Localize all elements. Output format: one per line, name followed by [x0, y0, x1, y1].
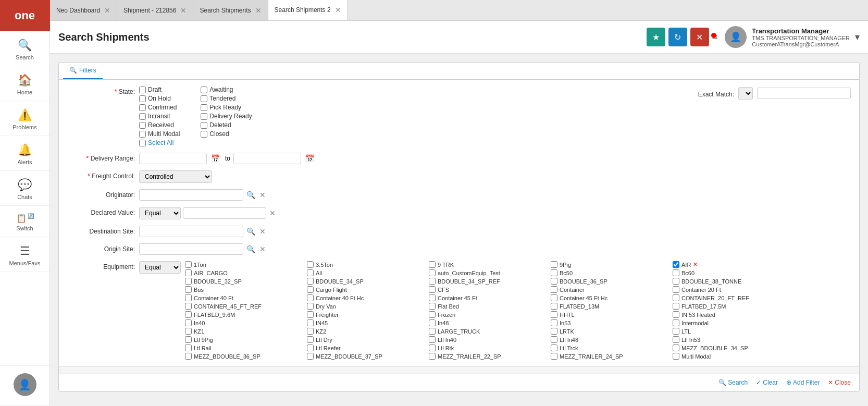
equipment-item-air_cargo[interactable]: AIR_CARGO	[185, 269, 305, 276]
state-select-all-checkbox[interactable]	[139, 140, 146, 146]
equipment-item-in-53-heated[interactable]: IN 53 Heated	[673, 311, 792, 318]
equipment-checkbox-bdouble_38_tonne[interactable]	[673, 278, 679, 285]
equipment-item-container-20-ft[interactable]: Container 20 Ft	[673, 286, 792, 293]
equipment-item-hhtl[interactable]: HHTL	[551, 311, 671, 318]
equipment-item-intermodal[interactable]: Intermodal	[673, 319, 792, 326]
tab-search-shipments[interactable]: Search Shipments ✕	[193, 0, 268, 20]
equipment-item-ltl-rail[interactable]: Ltl Rail	[185, 345, 305, 351]
tab-close-search-2[interactable]: ✕	[335, 6, 341, 14]
equipment-item-ltl-reefer[interactable]: Ltl Reefer	[307, 345, 427, 351]
equipment-checkbox-in45[interactable]	[307, 319, 314, 326]
search-link[interactable]: 🔍 Search	[718, 379, 748, 386]
state-closed-checkbox[interactable]	[201, 131, 207, 138]
equipment-item-container-40-ft-hc[interactable]: Container 40 Ft Hc	[307, 294, 427, 301]
equipment-checkbox-auto_customequip_test[interactable]	[429, 269, 436, 276]
state-on-hold-checkbox[interactable]	[139, 95, 146, 102]
equipment-checkbox-container_45_ft_ref[interactable]	[185, 303, 192, 310]
equipment-checkbox-ltl-rtk[interactable]	[429, 345, 436, 351]
equipment-checkbox-1ton[interactable]	[185, 261, 192, 268]
equipment-item-ltl-trck[interactable]: Ltl Trck	[551, 345, 671, 351]
equipment-item-ltl-in53[interactable]: Ltl In53	[673, 336, 792, 343]
equipment-item-ltl-in48[interactable]: Ltl In48	[551, 336, 671, 343]
equipment-equal-select[interactable]: Equal Not Equal	[139, 261, 181, 274]
freight-control-select[interactable]: Controlled Uncontrolled All	[139, 170, 212, 183]
delivery-range-from-input[interactable]	[139, 153, 207, 164]
equipment-item-bc50[interactable]: Bc50	[551, 269, 671, 276]
state-confirmed[interactable]: Confirmed	[139, 104, 180, 111]
equipment-item-container-45-ft[interactable]: Container 45 Ft	[429, 294, 549, 301]
equipment-checkbox-freighter[interactable]	[307, 311, 314, 318]
equipment-item-flatbed_17.5m[interactable]: FLATBED_17.5M	[673, 303, 792, 310]
equipment-checkbox-frozen[interactable]	[429, 311, 436, 318]
equipment-checkbox-ltl-trck[interactable]	[551, 345, 557, 351]
equipment-checkbox-in-53-heated[interactable]	[673, 311, 679, 318]
equipment-item-cfs[interactable]: CFS	[429, 286, 549, 293]
select-all-link[interactable]: Select All	[148, 139, 173, 146]
equipment-checkbox-container[interactable]	[551, 286, 557, 293]
equipment-checkbox-lrtk[interactable]	[551, 328, 557, 335]
equipment-item-3.5ton[interactable]: 3.5Ton	[307, 261, 427, 268]
state-draft-checkbox[interactable]	[139, 87, 146, 93]
equipment-item-lrtk[interactable]: LRTK	[551, 328, 671, 335]
state-delivery-ready-checkbox[interactable]	[201, 113, 207, 120]
equipment-item-bc60[interactable]: Bc60	[673, 269, 792, 276]
state-multi-modal[interactable]: Multi Modal	[139, 130, 180, 138]
declared-value-input[interactable]	[183, 207, 266, 219]
equipment-item-dry-van[interactable]: Dry Van	[307, 303, 427, 310]
originator-clear-button[interactable]: ✕	[258, 190, 267, 200]
equipment-checkbox-container_20_ft_ref[interactable]	[673, 294, 679, 301]
equipment-item-cargo-flight[interactable]: Cargo Flight	[307, 286, 427, 293]
equipment-item-auto_customequip_test[interactable]: auto_CustomEquip_Test	[429, 269, 549, 276]
equipment-checkbox-intermodal[interactable]	[673, 319, 679, 326]
filter-tab-filters[interactable]: 🔍 Filters	[63, 63, 103, 79]
calendar-from-icon[interactable]: 📅	[211, 154, 220, 163]
close-button[interactable]: ✕	[690, 28, 709, 46]
equipment-checkbox-all[interactable]	[307, 269, 314, 276]
equipment-checkbox-hhtl[interactable]	[551, 311, 557, 318]
equipment-item-9-trk[interactable]: 9 TRK	[429, 261, 549, 268]
originator-search-button[interactable]: 🔍	[245, 190, 256, 200]
sidebar-item-chats[interactable]: 💬 Chats	[0, 171, 49, 206]
equipment-checkbox-cfs[interactable]	[429, 286, 436, 293]
equipment-item-bdouble_36_sp[interactable]: BDOUBLE_36_SP	[551, 278, 671, 285]
equipment-checkbox-dry-van[interactable]	[307, 303, 314, 310]
equipment-checkbox-flatbed_17.5m[interactable]	[673, 303, 679, 310]
sidebar-item-home[interactable]: 🏠 Home	[0, 66, 49, 101]
equipment-item-air[interactable]: AIR ✕	[673, 261, 792, 268]
equipment-item-container_20_ft_ref[interactable]: CONTAINER_20_FT_REF	[673, 294, 792, 301]
equipment-item-ltl-9pig[interactable]: Ltl 9Pig	[185, 336, 305, 343]
exact-match-input[interactable]	[757, 88, 851, 99]
state-pick-ready-checkbox[interactable]	[201, 104, 207, 111]
user-dropdown-arrow[interactable]: ▾	[855, 31, 860, 43]
equipment-item-bdouble_34_sp[interactable]: BDOUBLE_34_SP	[307, 278, 427, 285]
equipment-checkbox-mezz_bdouble_34_sp[interactable]	[673, 345, 679, 351]
equipment-checkbox-mezz_trailer_22_sp[interactable]	[429, 353, 436, 360]
equipment-checkbox-9-trk[interactable]	[429, 261, 436, 268]
bottom-scrollbar[interactable]	[59, 366, 859, 373]
state-deleted-checkbox[interactable]	[201, 122, 207, 129]
state-tendered-checkbox[interactable]	[201, 95, 207, 102]
logo[interactable]: one	[0, 0, 50, 31]
equipment-checkbox-in48[interactable]	[429, 319, 436, 326]
state-received[interactable]: Received	[139, 121, 180, 129]
equipment-item-bus[interactable]: Bus	[185, 286, 305, 293]
destination-site-clear-button[interactable]: ✕	[258, 226, 267, 237]
equipment-item-kz2[interactable]: KZ2	[307, 328, 427, 335]
sidebar-item-switch[interactable]: 📋🔄 Switch	[0, 206, 49, 237]
equipment-item-container-45-ft-hc[interactable]: Container 45 Ft Hc	[551, 294, 671, 301]
equipment-checkbox-container-20-ft[interactable]	[673, 286, 679, 293]
equipment-item-bdouble_34_sp_ref[interactable]: BDOUBLE_34_SP_REF	[429, 278, 549, 285]
equipment-checkbox-bdouble_32_sp[interactable]	[185, 278, 192, 285]
equipment-checkbox-multi-modal[interactable]	[673, 353, 679, 360]
state-pick-ready[interactable]: Pick Ready	[201, 104, 252, 111]
equipment-checkbox-bdouble_34_sp[interactable]	[307, 278, 314, 285]
equipment-checkbox-large_truck[interactable]	[429, 328, 436, 335]
originator-input[interactable]	[139, 189, 243, 201]
equipment-checkbox-container-40-ft[interactable]	[185, 294, 192, 301]
close-link[interactable]: ✕ Close	[828, 379, 851, 386]
equipment-item-1ton[interactable]: 1Ton	[185, 261, 305, 268]
equipment-checkbox-air[interactable]	[673, 261, 679, 268]
equipment-checkbox-mezz_bdouble_36_sp[interactable]	[185, 353, 192, 360]
sidebar-item-menus[interactable]: ☰ Menus/Favs	[0, 237, 49, 272]
equipment-item-mezz_trailer_22_sp[interactable]: MEZZ_TRAILER_22_SP	[429, 353, 549, 360]
